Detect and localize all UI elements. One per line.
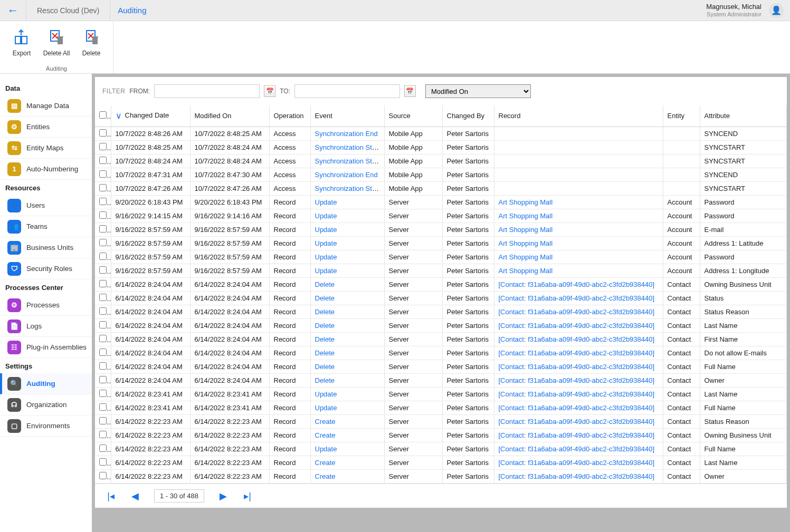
col-source[interactable]: Source (384, 105, 442, 127)
row-checkbox[interactable] (99, 444, 107, 452)
event-link[interactable]: Create (315, 418, 336, 425)
table-row[interactable]: 6/14/2022 8:22:23 AM6/14/2022 8:22:23 AM… (95, 442, 787, 456)
row-select-cell[interactable] (95, 387, 111, 401)
calendar-from-button[interactable]: 📅 (264, 85, 275, 97)
sidebar-item-entity-maps[interactable]: ⇆Entity Maps (0, 138, 92, 159)
export-button[interactable]: Export (4, 23, 39, 65)
col-record[interactable]: Record (494, 105, 663, 127)
sidebar-item-processes[interactable]: ⚙Processes (0, 295, 92, 316)
table-row[interactable]: 9/16/2022 8:57:59 AM9/16/2022 8:57:59 AM… (95, 250, 787, 264)
pager-first-button[interactable]: |◂ (106, 490, 116, 502)
table-row[interactable]: 6/14/2022 8:22:23 AM6/14/2022 8:22:23 AM… (95, 456, 787, 469)
row-checkbox[interactable] (99, 458, 107, 466)
row-select-cell[interactable] (95, 414, 111, 428)
event-link[interactable]: Delete (315, 322, 335, 330)
record-link[interactable]: [Contact: f31a6aba-a09f-49d0-abc2-c3fd2b… (499, 404, 655, 412)
table-row[interactable]: 10/7/2022 8:47:31 AM10/7/2022 8:47:30 AM… (95, 168, 787, 181)
row-select-cell[interactable] (95, 223, 111, 236)
pager-last-button[interactable]: ▸| (242, 490, 253, 502)
row-select-cell[interactable] (95, 373, 111, 387)
sidebar-item-manage-data[interactable]: ▤Manage Data (0, 95, 92, 117)
event-link[interactable]: Update (315, 198, 337, 206)
row-select-cell[interactable] (95, 401, 111, 414)
delete-all-button[interactable]: Delete All (39, 23, 74, 65)
event-link[interactable]: Update (315, 239, 337, 247)
table-row[interactable]: 9/16/2022 8:57:59 AM9/16/2022 8:57:59 AM… (95, 236, 787, 250)
row-select-cell[interactable] (95, 442, 111, 456)
table-row[interactable]: 6/14/2022 8:22:23 AM6/14/2022 8:22:23 AM… (95, 469, 787, 483)
col-event[interactable]: Event (310, 105, 384, 127)
row-select-cell[interactable] (95, 469, 111, 483)
row-checkbox[interactable] (99, 266, 107, 274)
record-link[interactable]: [Contact: f31a6aba-a09f-49d0-abc2-c3fd2b… (499, 349, 655, 357)
row-checkbox[interactable] (99, 280, 107, 287)
row-checkbox[interactable] (99, 225, 107, 233)
filter-field-select[interactable]: Modified On (425, 84, 531, 98)
record-link[interactable]: [Contact: f31a6aba-a09f-49d0-abc2-c3fd2b… (499, 322, 655, 330)
event-link[interactable]: Update (315, 226, 337, 234)
back-button[interactable]: ← (0, 0, 26, 21)
row-checkbox[interactable] (99, 157, 107, 164)
event-link[interactable]: Update (315, 445, 337, 453)
row-select-cell[interactable] (95, 277, 111, 291)
row-select-cell[interactable] (95, 346, 111, 360)
row-checkbox[interactable] (99, 294, 107, 301)
event-link[interactable]: Delete (315, 376, 335, 384)
col-changed-by[interactable]: Changed By (442, 105, 494, 127)
record-link[interactable]: Art Shopping Mall (499, 239, 553, 247)
delete-button[interactable]: Delete (74, 23, 109, 65)
row-select-cell[interactable] (95, 140, 111, 154)
sidebar-item-organization[interactable]: ☊Organization (0, 394, 92, 415)
table-row[interactable]: 6/14/2022 8:24:04 AM6/14/2022 8:24:04 AM… (95, 277, 787, 291)
event-link[interactable]: Update (315, 404, 337, 412)
row-checkbox[interactable] (99, 472, 107, 479)
table-row[interactable]: 6/14/2022 8:24:04 AM6/14/2022 8:24:04 AM… (95, 305, 787, 318)
table-row[interactable]: 10/7/2022 8:48:24 AM10/7/2022 8:48:24 AM… (95, 154, 787, 168)
table-row[interactable]: 6/14/2022 8:22:23 AM6/14/2022 8:22:23 AM… (95, 428, 787, 442)
record-link[interactable]: [Contact: f31a6aba-a09f-49d0-abc2-c3fd2b… (499, 418, 655, 425)
event-link[interactable]: Delete (315, 308, 335, 316)
event-link[interactable]: Synchronization End (315, 130, 378, 138)
row-select-cell[interactable] (95, 154, 111, 168)
table-row[interactable]: 6/14/2022 8:22:23 AM6/14/2022 8:22:23 AM… (95, 414, 787, 428)
record-link[interactable]: [Contact: f31a6aba-a09f-49d0-abc2-c3fd2b… (499, 390, 655, 398)
event-link[interactable]: Update (315, 267, 337, 275)
select-all-header[interactable] (95, 105, 111, 127)
col-changed-date[interactable]: ∨Changed Date (111, 105, 190, 127)
row-checkbox[interactable] (99, 129, 107, 137)
table-row[interactable]: 6/14/2022 8:24:04 AM6/14/2022 8:24:04 AM… (95, 346, 787, 360)
filter-from-input[interactable] (154, 84, 260, 98)
table-row[interactable]: 6/14/2022 8:24:04 AM6/14/2022 8:24:04 AM… (95, 332, 787, 346)
record-link[interactable]: Art Shopping Mall (499, 226, 553, 234)
event-link[interactable]: Update (315, 390, 337, 398)
table-row[interactable]: 10/7/2022 8:47:26 AM10/7/2022 8:47:26 AM… (95, 181, 787, 195)
record-link[interactable]: [Contact: f31a6aba-a09f-49d0-abc2-c3fd2b… (499, 335, 655, 343)
row-select-cell[interactable] (95, 195, 111, 209)
row-select-cell[interactable] (95, 456, 111, 469)
record-link[interactable]: [Contact: f31a6aba-a09f-49d0-abc2-c3fd2b… (499, 376, 655, 384)
record-link[interactable]: [Contact: f31a6aba-a09f-49d0-abc2-c3fd2b… (499, 431, 655, 439)
event-link[interactable]: Create (315, 431, 336, 439)
row-checkbox[interactable] (99, 253, 107, 260)
row-checkbox[interactable] (99, 321, 107, 328)
sidebar-item-environments[interactable]: ▢Environments (0, 415, 92, 437)
table-row[interactable]: 9/16/2022 8:57:59 AM9/16/2022 8:57:59 AM… (95, 264, 787, 277)
row-checkbox[interactable] (99, 362, 107, 370)
sidebar-item-users[interactable]: 👤Users (0, 195, 92, 216)
pager-prev-button[interactable]: ◀ (130, 490, 140, 502)
pager-next-button[interactable]: ▶ (218, 490, 229, 502)
event-link[interactable]: Delete (315, 280, 335, 288)
sidebar-item-security-roles[interactable]: 🛡Security Roles (0, 258, 92, 279)
col-attribute[interactable]: Attribute (700, 105, 787, 127)
record-link[interactable]: Art Shopping Mall (499, 267, 553, 275)
row-checkbox[interactable] (99, 335, 107, 342)
table-row[interactable]: 9/20/2022 6:18:43 PM9/20/2022 6:18:43 PM… (95, 195, 787, 209)
record-link[interactable]: [Contact: f31a6aba-a09f-49d0-abc2-c3fd2b… (499, 472, 655, 480)
event-link[interactable]: Delete (315, 335, 335, 343)
row-select-cell[interactable] (95, 305, 111, 318)
row-checkbox[interactable] (99, 376, 107, 383)
row-checkbox[interactable] (99, 184, 107, 191)
row-select-cell[interactable] (95, 360, 111, 373)
select-all-checkbox[interactable] (99, 111, 107, 119)
row-select-cell[interactable] (95, 318, 111, 332)
